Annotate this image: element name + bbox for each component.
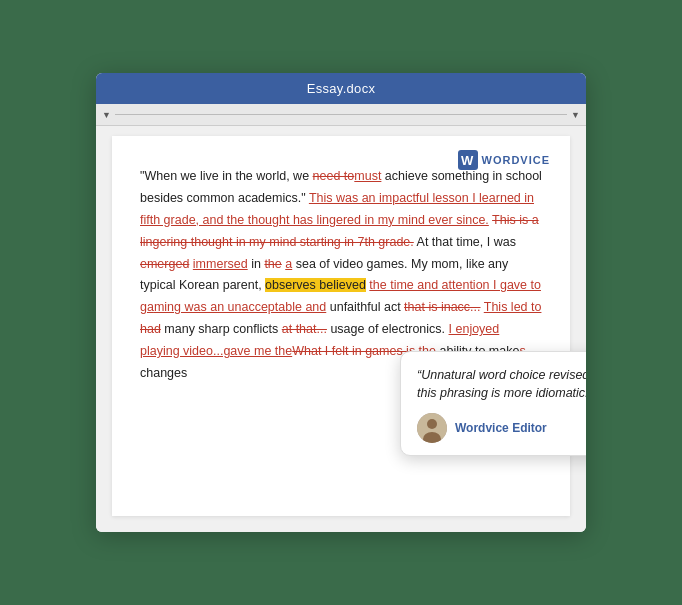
- text-segment: "When we live in the world, we: [140, 169, 313, 183]
- tooltip-quote-text: “Unnatural word choice revised; this phr…: [417, 366, 586, 404]
- wordvice-icon: W: [458, 150, 478, 170]
- text-segment: in: [248, 257, 265, 271]
- tooltip-popup: “Unnatural word choice revised; this phr…: [400, 351, 586, 457]
- text-segment: unfaithful act: [326, 300, 404, 314]
- underline-led-to: This led to: [484, 300, 542, 314]
- document-window: Essay.docx ▼ ▼ W WORDVICE "When we live …: [96, 73, 586, 532]
- document-title: Essay.docx: [307, 81, 376, 96]
- avatar-image: [417, 413, 447, 443]
- strikethrough-at-that: at that...: [282, 322, 327, 336]
- ruler-line: [115, 114, 567, 115]
- text-segment: changes: [140, 366, 187, 380]
- titlebar: Essay.docx: [96, 73, 586, 104]
- strikethrough-need-to: need to: [313, 169, 355, 183]
- wordvice-logo: W WORDVICE: [458, 150, 551, 170]
- text-segment: many sharp conflicts: [161, 322, 282, 336]
- document-area: W WORDVICE "When we live in the world, w…: [96, 126, 586, 532]
- strikethrough-emerged: emerged: [140, 257, 189, 271]
- wordvice-brand: WORDVICE: [482, 154, 551, 166]
- text-segment: usage of electronics.: [327, 322, 449, 336]
- underline-unacceptable: ming was an unacceptable and: [154, 300, 326, 314]
- ruler: ▼ ▼: [96, 104, 586, 126]
- text-segment: At that time, I was: [414, 235, 516, 249]
- avatar: [417, 413, 447, 443]
- ruler-left-arrow: ▼: [102, 110, 111, 120]
- tooltip-footer: Wordvice Editor: [417, 413, 586, 443]
- editor-name: Wordvice Editor: [455, 421, 547, 435]
- strikethrough-inacc: that is inacc...: [404, 300, 480, 314]
- highlight-observes-believed: observes believed: [265, 278, 366, 292]
- ruler-right-arrow: ▼: [571, 110, 580, 120]
- strikethrough-the: the: [264, 257, 281, 271]
- svg-text:W: W: [461, 153, 474, 168]
- svg-point-3: [427, 419, 437, 429]
- replacement-immersed: immersed: [193, 257, 248, 271]
- replacement-must: must: [354, 169, 381, 183]
- strikethrough-had: had: [140, 322, 161, 336]
- document-page: W WORDVICE "When we live in the world, w…: [112, 136, 570, 516]
